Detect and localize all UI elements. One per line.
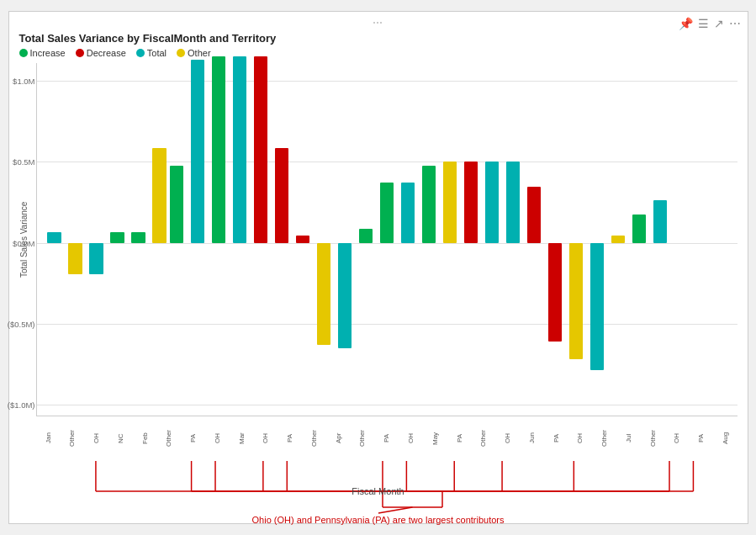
increase-dot	[19, 49, 28, 57]
x-tick-label: OH	[205, 417, 230, 459]
bar	[506, 162, 521, 242]
other-label: Other	[188, 48, 211, 58]
total-label: Total	[147, 48, 167, 58]
x-tick-label: Jul	[616, 417, 641, 459]
chart-title: Total Sales Variance by FiscalMonth and …	[19, 32, 737, 45]
decrease-label: Decrease	[87, 48, 126, 58]
svg-line-17	[378, 507, 412, 513]
annotation-text: Ohio (OH) and Pennsylvania (PA) are two …	[252, 515, 505, 525]
y-tick: ($0.5M)	[2, 320, 35, 329]
x-tick-label: Other	[156, 417, 181, 459]
other-dot	[177, 49, 185, 57]
total-dot	[136, 49, 145, 57]
pin-icon[interactable]: 📌	[679, 17, 693, 30]
x-tick-label: PA	[181, 417, 205, 459]
bar	[191, 60, 205, 243]
x-tick-label: Other	[471, 417, 495, 459]
filter-icon[interactable]: ☰	[698, 17, 709, 30]
bar	[485, 162, 500, 242]
bar	[254, 56, 268, 243]
x-tick-label: NC	[108, 417, 133, 459]
x-tick-label: Other	[592, 417, 616, 459]
x-tick-label: Jan	[36, 417, 61, 459]
x-tick-label: OH	[568, 417, 592, 459]
x-tick-label: Other	[60, 417, 84, 459]
bar	[422, 166, 436, 243]
bar	[68, 243, 82, 275]
x-tick-label: OH	[495, 417, 520, 459]
bar	[212, 56, 226, 243]
drag-handle[interactable]: ⋯	[373, 17, 384, 29]
y-tick: $0.0M	[2, 238, 35, 247]
x-tick-label: PA	[447, 417, 472, 459]
fiscal-month-label: Fiscal Month	[352, 486, 404, 496]
y-tick: $1.0M	[2, 76, 35, 85]
card-toolbar: 📌 ☰ ↗ ⋯	[679, 17, 741, 30]
bar	[527, 187, 542, 243]
x-tick-label: PA	[278, 417, 302, 459]
decrease-dot	[76, 49, 84, 57]
x-tick-label: PA	[689, 417, 713, 459]
bar	[338, 243, 352, 349]
y-tick: $0.5M	[2, 157, 35, 167]
chart-inner: $1.0M$0.5M$0.0M($0.5M)($1.0M)	[36, 63, 737, 416]
legend-item-decrease: Decrease	[76, 48, 126, 58]
x-tick-label: Other	[641, 417, 665, 459]
x-tick-label: Other	[302, 417, 326, 459]
increase-label: Increase	[30, 48, 66, 58]
bar	[443, 162, 457, 242]
legend: Increase Decrease Total Other	[19, 48, 737, 58]
bar	[464, 162, 478, 242]
bar	[590, 243, 605, 370]
x-tick-label: Jun	[520, 417, 544, 459]
legend-item-total: Total	[136, 48, 167, 58]
bar	[653, 200, 668, 242]
x-tick-label: PA	[544, 417, 568, 459]
bar	[233, 56, 247, 243]
bar	[401, 183, 415, 242]
bar	[89, 243, 103, 275]
x-tick-label: Other	[350, 417, 374, 459]
bar	[359, 229, 373, 243]
bar	[110, 232, 124, 243]
legend-item-other: Other	[177, 48, 211, 58]
legend-item-increase: Increase	[19, 48, 66, 58]
x-tick-label: OH	[253, 417, 278, 459]
bar	[131, 232, 145, 243]
y-tick: ($1.0M)	[2, 400, 35, 410]
bar	[296, 236, 310, 242]
x-tick-label: Feb	[133, 417, 157, 459]
bar	[317, 243, 331, 346]
bar	[548, 243, 563, 342]
annotation-area: Fiscal Month Ohio (OH) and Pennsylvania …	[19, 461, 737, 528]
x-tick-label: OH	[664, 417, 689, 459]
x-tick-label: Apr	[326, 417, 351, 459]
bar	[170, 166, 184, 243]
bar	[47, 232, 61, 243]
bar	[152, 148, 167, 243]
bar	[611, 236, 626, 242]
bar	[632, 215, 647, 243]
x-tick-label: Aug	[713, 417, 737, 459]
expand-icon[interactable]: ↗	[714, 17, 724, 30]
x-tick-label: PA	[374, 417, 399, 459]
chart-area: Total Sales Variance $1.0M$0.5M$0.0M($0.…	[19, 63, 737, 416]
chart-card: ⋯ 📌 ☰ ↗ ⋯ Total Sales Variance by Fiscal…	[8, 11, 748, 524]
bar	[275, 148, 289, 243]
more-icon[interactable]: ⋯	[729, 17, 741, 30]
x-tick-label: OH	[84, 417, 108, 459]
x-tick-label: May	[423, 417, 447, 459]
x-tick-label: OH	[399, 417, 423, 459]
x-tick-label: Mar	[230, 417, 254, 459]
x-axis: JanOtherOHNCFebOtherPAOHMarOHPAOtherAprO…	[19, 417, 737, 459]
bar	[380, 183, 394, 242]
bar	[569, 243, 584, 359]
